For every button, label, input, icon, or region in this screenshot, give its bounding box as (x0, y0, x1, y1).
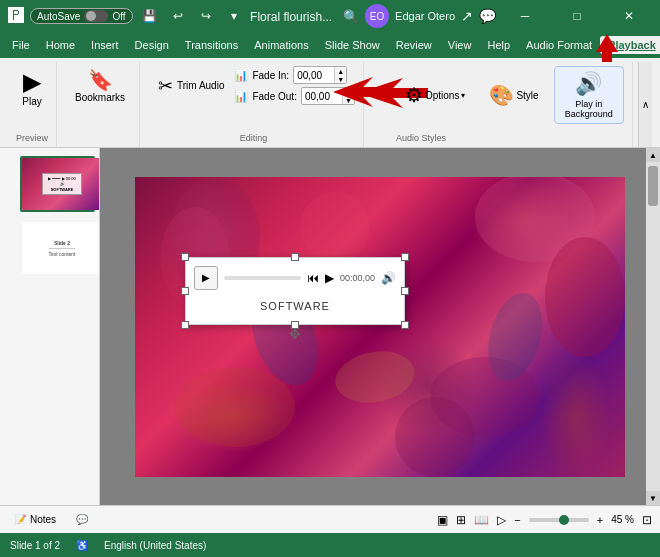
back-icon[interactable]: ⏮ (307, 271, 319, 285)
style-button[interactable]: 🎨 Style (480, 66, 547, 124)
notes-label: Notes (30, 514, 56, 525)
menu-review[interactable]: Review (388, 36, 440, 54)
menu-animations[interactable]: Animations (246, 36, 316, 54)
accessibility-icon[interactable]: ♿ (76, 540, 88, 551)
slide-panel: 1 ★ ▶ ━━━━ ▶ 00:00 🔊 SOFTWARE 2 Slide 2 (0, 148, 100, 505)
vscroll-thumb[interactable] (648, 166, 658, 206)
bookmarks-button[interactable]: 🔖 Bookmarks (69, 66, 131, 107)
vscroll-up[interactable]: ▲ (646, 148, 660, 162)
undo-button[interactable]: ↩ (167, 5, 189, 27)
audio-progress[interactable] (224, 276, 301, 280)
menu-playback[interactable]: Playback (600, 36, 660, 54)
editing-group-label: Editing (240, 131, 268, 143)
slide-thumb-1[interactable]: ▶ ━━━━ ▶ 00:00 🔊 SOFTWARE (20, 156, 95, 212)
fwd-icon[interactable]: ▶ (325, 271, 334, 285)
slide-canvas[interactable]: ✥ ▶ ⏮ ▶ 00:00,00 🔊 SOFTWARE (135, 177, 625, 477)
options-dropdown-icon[interactable]: ▾ (461, 91, 465, 100)
slide-2-preview: Slide 2 Text content (22, 222, 100, 274)
options-button[interactable]: ⚙ Options ▾ (396, 66, 474, 124)
menu-slideshow[interactable]: Slide Show (317, 36, 388, 54)
audio-styles-group-label: Audio Styles (396, 131, 446, 143)
handle-t[interactable] (291, 253, 299, 261)
fade-out-down[interactable]: ▼ (342, 96, 354, 104)
fade-in-spinbox[interactable]: 00,00 ▲ ▼ (293, 66, 347, 84)
comments-icon[interactable]: 💬 (479, 8, 496, 24)
notes-button[interactable]: 📝 Notes (8, 512, 62, 527)
play-background-button[interactable]: 🔊 Play in Background (554, 66, 624, 124)
save-button[interactable]: 💾 (139, 5, 161, 27)
menu-file[interactable]: File (4, 36, 38, 54)
fade-in-label: Fade In: (252, 70, 289, 81)
editing-row: ✂ Trim Audio 📊 Fade In: 00,00 ▲ ▼ (152, 66, 355, 105)
audio-play-button[interactable]: ▶ (194, 266, 218, 290)
zoom-level[interactable]: 45 % (611, 514, 634, 525)
avatar[interactable]: EO (365, 4, 389, 28)
slide-sorter-icon[interactable]: ⊞ (456, 513, 466, 527)
fit-slide-icon[interactable]: ⊡ (642, 513, 652, 527)
handle-r[interactable] (401, 287, 409, 295)
play-label: Play (22, 96, 41, 107)
audio-time: 00:00,00 (340, 273, 375, 283)
slide-thumb-2[interactable]: Slide 2 Text content (20, 220, 95, 276)
title-bar-right: EO Edgar Otero ↗ 💬 ─ □ ✕ (365, 0, 652, 32)
volume-icon[interactable]: 🔊 (381, 271, 396, 285)
fade-in-up[interactable]: ▲ (334, 67, 346, 75)
more-button[interactable]: ▾ (223, 5, 245, 27)
fade-in-row: 📊 Fade In: 00,00 ▲ ▼ (234, 66, 354, 84)
notes-icon: 📝 (14, 514, 26, 525)
menu-home[interactable]: Home (38, 36, 83, 54)
fade-out-input[interactable]: 00,00 (302, 90, 342, 103)
handle-l[interactable] (181, 287, 189, 295)
handle-tr[interactable] (401, 253, 409, 261)
redo-button[interactable]: ↪ (195, 5, 217, 27)
audio-widget[interactable]: ✥ ▶ ⏮ ▶ 00:00,00 🔊 SOFTWARE (185, 257, 405, 325)
fade-out-up[interactable]: ▲ (342, 88, 354, 96)
slide-1-preview: ▶ ━━━━ ▶ 00:00 🔊 SOFTWARE (22, 158, 100, 210)
ribbon-group-preview: ▶ Play Preview (8, 62, 57, 147)
zoom-in-icon[interactable]: + (597, 514, 603, 526)
zoom-slider[interactable] (529, 518, 589, 522)
close-button[interactable]: ✕ (606, 0, 652, 32)
autosave-toggle[interactable] (84, 10, 108, 22)
menu-insert[interactable]: Insert (83, 36, 127, 54)
zoom-thumb[interactable] (559, 515, 569, 525)
audio-styles-buttons: ⚙ Options ▾ 🎨 Style 🔊 Play in Background (396, 66, 624, 124)
language[interactable]: English (United States) (104, 540, 206, 551)
ribbon-collapse-button[interactable]: ∧ (638, 62, 652, 147)
vscroll-down[interactable]: ▼ (646, 491, 660, 505)
fade-in-input[interactable]: 00,00 (294, 69, 334, 82)
fade-in-down[interactable]: ▼ (334, 75, 346, 83)
play-button[interactable]: ▶ Play (16, 66, 47, 111)
move-handle[interactable]: ✥ (289, 326, 301, 342)
handle-br[interactable] (401, 321, 409, 329)
comments-bar-button[interactable]: 💬 (70, 512, 94, 527)
floral-background: ✥ ▶ ⏮ ▶ 00:00,00 🔊 SOFTWARE (135, 177, 625, 477)
handle-tl[interactable] (181, 253, 189, 261)
menu-design[interactable]: Design (127, 36, 177, 54)
trim-audio-button[interactable]: ✂ Trim Audio (152, 71, 230, 101)
normal-view-icon[interactable]: ▣ (437, 513, 448, 527)
menu-help[interactable]: Help (479, 36, 518, 54)
ribbon-group-audio-styles: ⚙ Options ▾ 🎨 Style 🔊 Play in Background… (388, 62, 633, 147)
preview-group-label: Preview (16, 131, 48, 143)
powerpoint-logo: 🅿 (8, 7, 24, 25)
slideshow-icon[interactable]: ▷ (497, 513, 506, 527)
menu-view[interactable]: View (440, 36, 480, 54)
svg-point-10 (395, 397, 475, 477)
floral-svg (135, 177, 625, 477)
reading-view-icon[interactable]: 📖 (474, 513, 489, 527)
notes-bar: 📝 Notes 💬 ▣ ⊞ 📖 ▷ − + 45 % ⊡ (0, 505, 660, 533)
fade-out-spinbox[interactable]: 00,00 ▲ ▼ (301, 87, 355, 105)
handle-bl[interactable] (181, 321, 189, 329)
trim-label: Trim Audio (177, 80, 224, 91)
vscrollbar: ▲ ▼ (646, 148, 660, 505)
zoom-out-icon[interactable]: − (514, 514, 520, 526)
menu-audio-format[interactable]: Audio Format (518, 36, 600, 54)
menu-transitions[interactable]: Transitions (177, 36, 246, 54)
maximize-button[interactable]: □ (554, 0, 600, 32)
minimize-button[interactable]: ─ (502, 0, 548, 32)
search-icon[interactable]: 🔍 (343, 9, 359, 24)
ribbon-group-editing: ✂ Trim Audio 📊 Fade In: 00,00 ▲ ▼ (144, 62, 364, 147)
title-bar-left: 🅿 AutoSave Off 💾 ↩ ↪ ▾ (8, 5, 245, 27)
share-icon[interactable]: ↗ (461, 8, 473, 24)
